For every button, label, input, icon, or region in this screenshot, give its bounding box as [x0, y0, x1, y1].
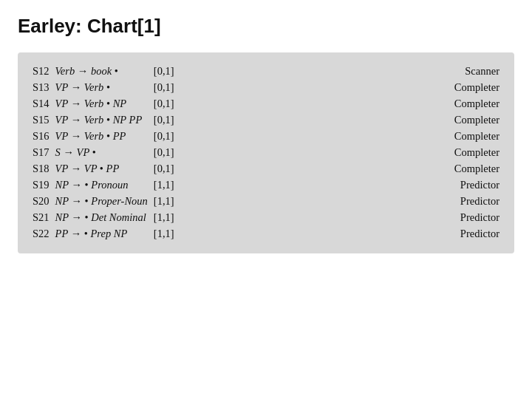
- cell-range: [1,1]: [151, 193, 177, 209]
- cell-range: [0,1]: [151, 128, 177, 144]
- cell-source: Completer: [451, 95, 502, 112]
- cell-state: S15: [30, 112, 52, 128]
- cell-state: S22: [30, 225, 52, 242]
- cell-state: S17: [30, 144, 52, 160]
- cell-state: S13: [30, 79, 52, 95]
- cell-range: [0,1]: [151, 144, 177, 160]
- table-row: S16VP → Verb • PP[0,1]Completer: [30, 128, 502, 144]
- cell-rule: NP → • Proper-Noun: [52, 193, 151, 209]
- cell-state: S19: [30, 177, 52, 193]
- cell-rule: VP → Verb •: [52, 79, 151, 95]
- cell-state: S16: [30, 128, 52, 144]
- page: Earley: Chart[1] S12Verb → book •[0,1]Sc…: [0, 0, 532, 399]
- cell-source: Predictor: [451, 177, 502, 193]
- cell-rule: PP → • Prep NP: [52, 225, 151, 242]
- cell-range: [0,1]: [151, 160, 177, 177]
- table-row: S22PP → • Prep NP[1,1]Predictor: [30, 225, 502, 242]
- table-row: S19NP → • Pronoun[1,1]Predictor: [30, 177, 502, 193]
- cell-range: [1,1]: [151, 225, 177, 242]
- chart-table: S12Verb → book •[0,1]ScannerS13VP → Verb…: [30, 63, 502, 242]
- cell-rule: S → VP •: [52, 144, 151, 160]
- cell-range: [0,1]: [151, 95, 177, 112]
- cell-state: S20: [30, 193, 52, 209]
- cell-rule: VP → Verb • NP PP: [52, 112, 151, 128]
- cell-state: S18: [30, 160, 52, 177]
- cell-rule: VP → Verb • PP: [52, 128, 151, 144]
- cell-rule: VP → VP • PP: [52, 160, 151, 177]
- cell-state: S14: [30, 95, 52, 112]
- table-row: S15VP → Verb • NP PP[0,1]Completer: [30, 112, 502, 128]
- cell-range: [0,1]: [151, 79, 177, 95]
- cell-rule: VP → Verb • NP: [52, 95, 151, 112]
- table-row: S13VP → Verb •[0,1]Completer: [30, 79, 502, 95]
- table-row: S17S → VP •[0,1]Completer: [30, 144, 502, 160]
- cell-source: Predictor: [451, 225, 502, 242]
- table-row: S14VP → Verb • NP[0,1]Completer: [30, 95, 502, 112]
- chart-container: S12Verb → book •[0,1]ScannerS13VP → Verb…: [18, 52, 514, 253]
- cell-state: S12: [30, 63, 52, 79]
- cell-range: [1,1]: [151, 177, 177, 193]
- page-title: Earley: Chart[1]: [18, 15, 514, 38]
- cell-rule: NP → • Pronoun: [52, 177, 151, 193]
- cell-source: Scanner: [451, 63, 502, 79]
- table-row: S12Verb → book •[0,1]Scanner: [30, 63, 502, 79]
- table-row: S21NP → • Det Nominal[1,1]Predictor: [30, 209, 502, 225]
- cell-source: Completer: [451, 160, 502, 177]
- cell-source: Completer: [451, 79, 502, 95]
- cell-source: Predictor: [451, 193, 502, 209]
- cell-range: [1,1]: [151, 209, 177, 225]
- table-row: S18VP → VP • PP[0,1]Completer: [30, 160, 502, 177]
- cell-range: [0,1]: [151, 112, 177, 128]
- cell-source: Completer: [451, 112, 502, 128]
- cell-range: [0,1]: [151, 63, 177, 79]
- cell-rule: Verb → book •: [52, 63, 151, 79]
- cell-source: Completer: [451, 144, 502, 160]
- cell-source: Completer: [451, 128, 502, 144]
- table-row: S20NP → • Proper-Noun[1,1]Predictor: [30, 193, 502, 209]
- cell-source: Predictor: [451, 209, 502, 225]
- cell-rule: NP → • Det Nominal: [52, 209, 151, 225]
- cell-state: S21: [30, 209, 52, 225]
